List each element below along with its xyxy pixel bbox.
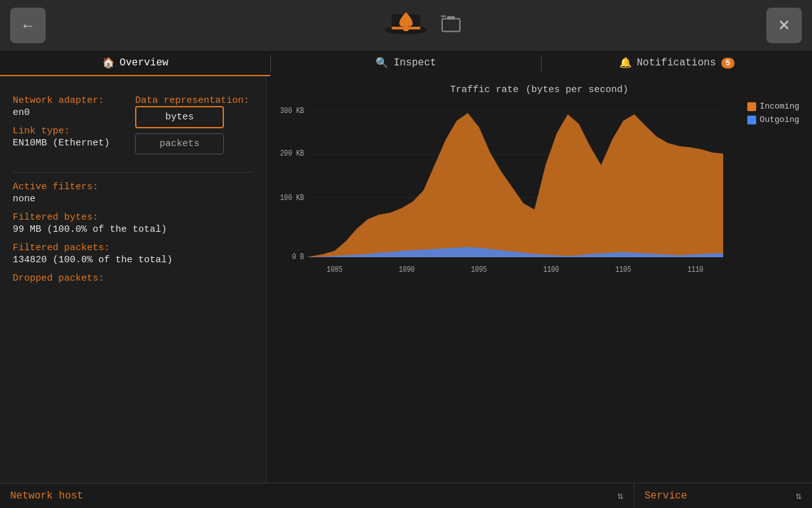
data-representation-label: Data representation: [135, 95, 249, 106]
settings-icon: ✕ [778, 17, 790, 34]
outgoing-color [747, 116, 756, 124]
tab-notifications-label: Notifications [637, 57, 716, 69]
legend-incoming-label: Incoming [760, 102, 799, 111]
service-sort-icon[interactable]: ⇅ [796, 490, 802, 502]
chart-subtitle: (bytes per second) [525, 84, 628, 95]
legend-outgoing-label: Outgoing [760, 115, 799, 124]
tab-inspect[interactable]: 🔍 Inspect [271, 51, 541, 76]
svg-text:1090: 1090 [399, 265, 415, 274]
network-adapter-value: en0 [13, 107, 110, 118]
tab-bar: 🏠 Overview 🔍 Inspect 🔔 Notifications 5 [0, 51, 812, 76]
service-panel: Service ⇅ https 93 MB domain 134 KB upnp… [634, 483, 812, 508]
header: ← ✕ [0, 0, 812, 51]
back-button[interactable]: ← [10, 8, 46, 43]
filtered-packets-value: 134820 (100.0% of the total) [13, 255, 253, 265]
network-host-sort-icon[interactable]: ⇅ [617, 490, 624, 502]
notifications-icon: 🔔 [619, 57, 632, 69]
tab-overview-label: Overview [120, 57, 169, 69]
svg-text:0 B: 0 B [292, 253, 304, 261]
bytes-button[interactable]: bytes [135, 106, 224, 128]
chart-panel: Traffic rate (bytes per second) Incoming… [266, 76, 812, 483]
legend-incoming: Incoming [747, 102, 799, 111]
bottom-section: Network host ⇅ ★ github.com – GITHUB 6.9… [0, 483, 812, 508]
tab-inspect-label: Inspect [393, 57, 436, 69]
svg-rect-5 [447, 17, 455, 20]
service-title: Service [645, 490, 687, 502]
dropped-packets-label: Dropped packets: [13, 273, 253, 284]
notifications-badge: 5 [721, 58, 735, 69]
svg-text:1105: 1105 [615, 265, 631, 274]
network-adapter-section: Network adapter: en0 Link type: EN10MB (… [13, 88, 110, 159]
back-icon: ← [20, 17, 36, 34]
network-host-title: Network host [10, 490, 83, 502]
incoming-color [747, 102, 756, 111]
chart-legend: Incoming Outgoing [747, 102, 799, 124]
active-filters-label: Active filters: [13, 182, 253, 192]
svg-rect-3 [404, 25, 408, 29]
filtered-packets-label: Filtered packets: [13, 243, 253, 253]
logo-svg [384, 3, 428, 48]
network-host-header: Network host ⇅ [0, 483, 634, 508]
main-content: Network adapter: en0 Link type: EN10MB (… [0, 76, 812, 483]
svg-rect-4 [442, 19, 460, 32]
svg-text:1110: 1110 [688, 265, 704, 274]
divider-1 [13, 172, 253, 173]
link-type-label: Link type: [13, 126, 110, 137]
network-info: Network adapter: en0 Link type: EN10MB (… [13, 88, 253, 159]
tab-notifications[interactable]: 🔔 Notifications 5 [542, 51, 812, 76]
left-panel: Network adapter: en0 Link type: EN10MB (… [0, 76, 266, 483]
traffic-chart: 300 KB 200 KB 100 KB 0 B 1085 1090 1095 … [279, 102, 723, 279]
active-filters-value: none [13, 194, 253, 204]
svg-text:300 KB: 300 KB [280, 107, 304, 115]
svg-text:1085: 1085 [327, 265, 343, 274]
tab-overview[interactable]: 🏠 Overview [0, 51, 270, 76]
data-representation-section: Data representation: bytes packets [135, 88, 249, 159]
svg-text:200 KB: 200 KB [280, 149, 304, 157]
inspect-icon: 🔍 [376, 57, 388, 69]
legend-outgoing: Outgoing [747, 115, 799, 124]
filtered-bytes-value: 99 MB (100.0% of the total) [13, 224, 253, 235]
logo [384, 3, 428, 48]
chart-title-text: Traffic rate [450, 84, 519, 95]
capture-icon [441, 15, 461, 36]
link-type-value: EN10MB (Ethernet) [13, 138, 110, 149]
overview-icon: 🏠 [102, 57, 115, 69]
filtered-bytes-label: Filtered bytes: [13, 212, 253, 223]
chart-title: Traffic rate (bytes per second) [279, 83, 799, 95]
incoming-area [307, 113, 723, 257]
chart-area: Incoming Outgoing 300 KB 200 KB 100 KB 0… [279, 102, 799, 279]
network-host-panel: Network host ⇅ ★ github.com – GITHUB 6.9… [0, 483, 634, 508]
packets-button[interactable]: packets [135, 133, 224, 154]
svg-text:1100: 1100 [543, 265, 559, 274]
network-adapter-label: Network adapter: [13, 95, 110, 106]
svg-text:1095: 1095 [471, 265, 487, 274]
svg-text:100 KB: 100 KB [280, 194, 304, 202]
service-panel-header: Service ⇅ [634, 483, 812, 508]
settings-button[interactable]: ✕ [766, 8, 802, 43]
